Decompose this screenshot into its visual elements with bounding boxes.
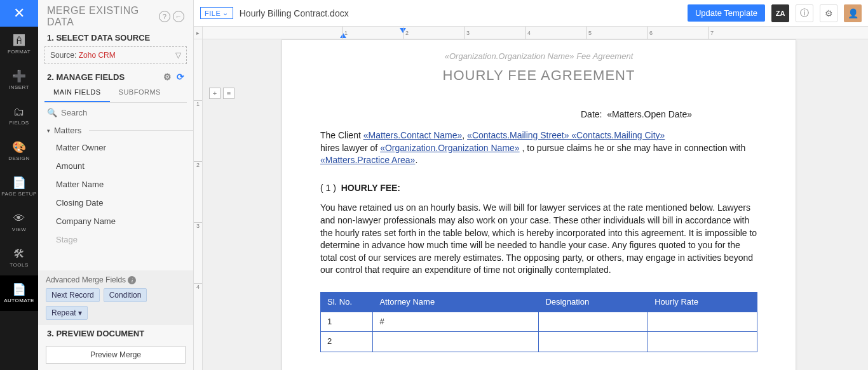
vnav-icon: 📄 (12, 177, 26, 188)
tab-main-fields[interactable]: MAIN FIELDS (44, 83, 110, 102)
vertical-ruler[interactable]: 1234 (194, 39, 203, 370)
panel-title: MERGE EXISTINGDATA ? ← (38, 0, 193, 29)
file-menu-button[interactable]: FILE ⌄ (200, 7, 233, 19)
close-app-button[interactable]: ✕ (0, 0, 38, 27)
table-cell[interactable]: 2 (321, 332, 373, 352)
table-header: Attorney Name (373, 292, 539, 312)
chevron-down-icon: ⌄ (222, 9, 229, 17)
merge-field-practice-area: «Matters.Practice Area» (320, 155, 415, 165)
table-cell[interactable]: 1 (321, 312, 373, 332)
info-icon-button[interactable]: ⓘ (796, 4, 813, 22)
settings-gear-icon[interactable]: ⚙ (163, 72, 172, 82)
main-area: FILE ⌄ Hourly Billing Contract.docx Upda… (194, 0, 868, 370)
ruler-tick: 2 (403, 27, 409, 39)
top-bar: FILE ⌄ Hourly Billing Contract.docx Upda… (194, 0, 868, 27)
field-item[interactable]: Matter Name (47, 175, 193, 194)
ruler-tick: 6 (648, 27, 653, 39)
user-avatar[interactable]: 👤 (844, 4, 862, 22)
table-header: Hourly Rate (648, 292, 757, 312)
vnav-insert[interactable]: ➕INSERT (0, 62, 38, 98)
vnav-icon: ➕ (12, 70, 26, 82)
table-row: 1# (321, 312, 757, 332)
section-number: ( 1 ) (320, 183, 336, 193)
step-3-header: 3. PREVIEW DOCUMENT (38, 325, 193, 341)
vnav-view[interactable]: 👁VIEW (0, 204, 38, 240)
field-item[interactable]: Matter Owner (47, 138, 193, 157)
table-cell[interactable] (539, 332, 648, 352)
vnav-label: VIEW (12, 227, 26, 232)
field-search-input[interactable] (61, 108, 184, 117)
vnav-automate[interactable]: 📄AUTOMATE (0, 275, 38, 311)
field-tabs: MAIN FIELDS SUBFORMS (44, 83, 187, 103)
insert-block-icon[interactable]: + (209, 88, 220, 99)
vnav-label: FORMAT (8, 49, 31, 55)
document-name[interactable]: Hourly Billing Contract.docx (240, 8, 349, 18)
filter-icon[interactable]: ▽ (175, 51, 181, 60)
client-paragraph: The Client «Matters.Contact Name», «Cont… (320, 129, 757, 167)
table-header: Designation (539, 292, 648, 312)
vnav-label: PAGE SETUP (1, 191, 37, 197)
vruler-tick: 2 (194, 161, 202, 168)
preview-merge-button[interactable]: Preview Merge (46, 346, 186, 364)
vnav-icon: 🅰 (13, 35, 25, 46)
vnav-label: TOOLS (10, 262, 28, 268)
info-icon[interactable]: i (128, 276, 136, 284)
chip-condition[interactable]: Condition (104, 288, 147, 302)
date-line: Date: «Matters.Open Date» (581, 109, 757, 119)
refresh-icon[interactable]: ⟳ (177, 72, 184, 82)
vnav-fields[interactable]: 🗂FIELDS (0, 98, 38, 133)
tab-subforms[interactable]: SUBFORMS (110, 83, 170, 102)
field-item[interactable]: Stage (47, 230, 193, 249)
vnav-icon: 👁 (13, 213, 25, 224)
document-page[interactable]: «Organization.Organization Name» Fee Agr… (281, 39, 796, 370)
insert-list-icon[interactable]: ≡ (223, 88, 234, 99)
data-source-box[interactable]: Source: Zoho CRM ▽ (44, 46, 187, 64)
document-canvas[interactable]: + ≡ «Organization.Organization Name» Fee… (203, 39, 868, 370)
left-toolbar: ✕ 🅰FORMAT➕INSERT🗂FIELDS🎨DESIGN📄PAGE SETU… (0, 0, 38, 370)
merge-field-org-name: «Organization.Organization Name» (380, 143, 519, 153)
rates-table: Sl. No.Attorney NameDesignationHourly Ra… (320, 292, 757, 352)
step-2-header: 2. MANAGE FIELDS (47, 72, 125, 82)
merge-field-open-date: «Matters.Open Date» (607, 109, 692, 119)
advanced-merge-box: Advanced Merge Fields i Next RecordCondi… (38, 270, 193, 326)
update-template-button[interactable]: Update Template (688, 4, 765, 22)
field-item[interactable]: Amount (47, 157, 193, 175)
settings-icon-button[interactable]: ⚙ (820, 4, 837, 22)
merge-field-mailing: «Contacts.Mailing Street» «Contacts.Mail… (467, 130, 665, 140)
field-group-matters[interactable]: ▾ Matters (47, 122, 193, 138)
table-header: Sl. No. (321, 292, 373, 312)
section-body: You have retained us on an hourly basis.… (320, 202, 757, 277)
table-cell[interactable] (648, 332, 757, 352)
back-icon[interactable]: ← (173, 11, 184, 22)
vnav-page-setup[interactable]: 📄PAGE SETUP (0, 169, 38, 204)
field-item[interactable]: Company Name (47, 212, 193, 230)
ruler-tick: 1 (342, 27, 348, 39)
table-cell[interactable] (648, 312, 757, 332)
vnav-label: INSERT (9, 84, 29, 90)
step-1-header: 1. SELECT DATA SOURCE (38, 29, 193, 45)
vnav-icon: 🛠 (13, 248, 25, 260)
theme-badge[interactable]: ZA (771, 4, 789, 22)
help-icon[interactable]: ? (159, 11, 170, 22)
table-cell[interactable] (373, 332, 539, 352)
vnav-tools[interactable]: 🛠TOOLS (0, 240, 38, 275)
ruler-tick: 3 (465, 27, 470, 39)
chip-repeat[interactable]: Repeat ▾ (46, 306, 88, 320)
search-icon: 🔍 (47, 108, 57, 117)
chip-next[interactable]: Next Record (46, 288, 100, 302)
vnav-icon: 🗂 (13, 106, 25, 117)
doc-title: HOURLY FEE AGREEMENT (320, 67, 757, 84)
vnav-format[interactable]: 🅰FORMAT (0, 27, 38, 62)
vnav-label: AUTOMATE (4, 298, 34, 303)
vnav-label: DESIGN (8, 155, 30, 161)
table-row: 2 (321, 332, 757, 352)
vnav-design[interactable]: 🎨DESIGN (0, 133, 38, 169)
merge-panel: MERGE EXISTINGDATA ? ← 1. SELECT DATA SO… (38, 0, 194, 370)
field-item[interactable]: Closing Date (47, 194, 193, 212)
table-cell[interactable]: # (373, 312, 539, 332)
table-cell[interactable] (539, 312, 648, 332)
vnav-label: FIELDS (9, 120, 29, 126)
ruler-tick: 7 (709, 27, 714, 39)
vruler-tick: 1 (194, 100, 202, 107)
horizontal-ruler[interactable]: ▸ 1234567 (194, 27, 868, 39)
